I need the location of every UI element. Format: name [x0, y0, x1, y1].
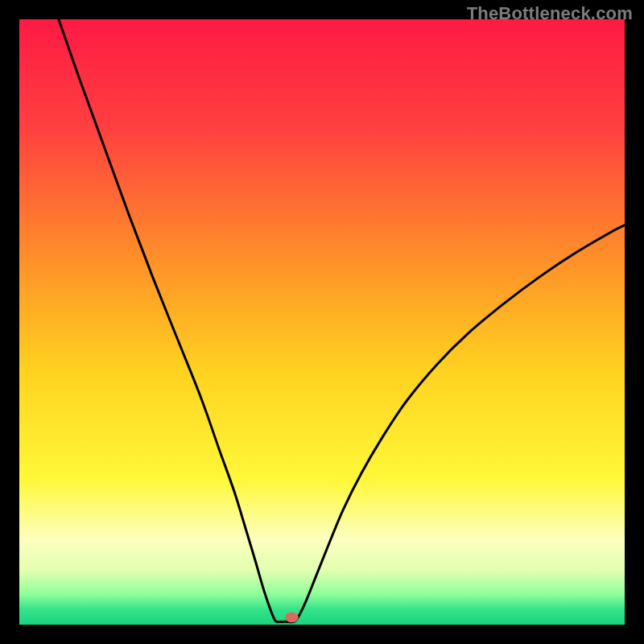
optimal-point-marker	[285, 613, 299, 623]
plot-area	[19, 19, 625, 625]
outer-frame: TheBottleneck.com	[0, 0, 644, 644]
gradient-background	[19, 19, 625, 625]
bottleneck-chart	[19, 19, 625, 625]
